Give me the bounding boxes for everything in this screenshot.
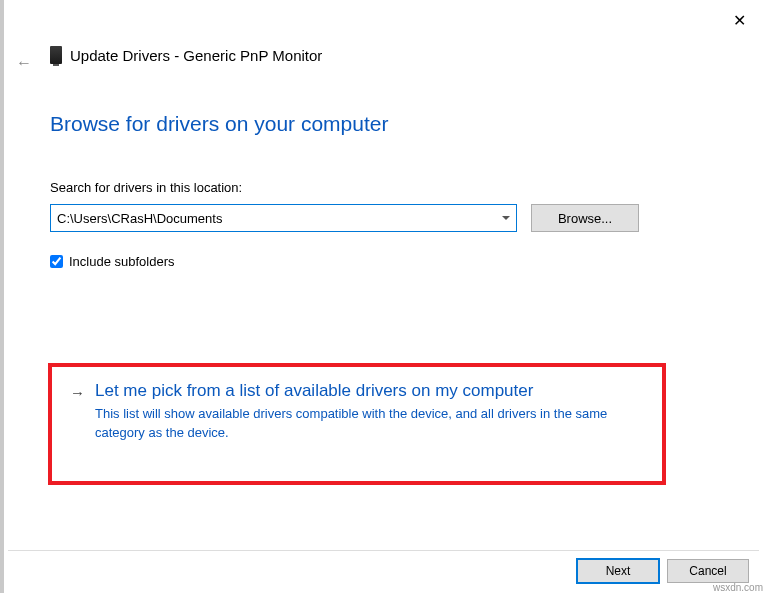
dialog-footer: Next Cancel xyxy=(577,559,749,583)
cancel-button[interactable]: Cancel xyxy=(667,559,749,583)
include-subfolders-row[interactable]: Include subfolders xyxy=(50,254,175,269)
include-subfolders-checkbox[interactable] xyxy=(50,255,63,268)
watermark: wsxdn.com xyxy=(713,582,763,593)
page-heading: Browse for drivers on your computer xyxy=(50,112,388,136)
back-button[interactable]: ← xyxy=(16,54,32,72)
pick-from-list-description: This list will show available drivers co… xyxy=(95,405,644,443)
browse-button[interactable]: Browse... xyxy=(531,204,639,232)
next-button[interactable]: Next xyxy=(577,559,659,583)
driver-path-combobox[interactable] xyxy=(50,204,517,232)
arrow-right-icon: → xyxy=(70,384,85,401)
pick-from-list-option-highlight: → Let me pick from a list of available d… xyxy=(48,363,666,485)
close-button[interactable]: ✕ xyxy=(729,10,749,30)
pick-from-list-title: Let me pick from a list of available dri… xyxy=(95,381,644,401)
scrollbar-left xyxy=(0,0,6,593)
search-label: Search for drivers in this location: xyxy=(50,180,242,195)
include-subfolders-label: Include subfolders xyxy=(69,254,175,269)
driver-path-input[interactable] xyxy=(57,211,498,226)
footer-separator xyxy=(8,550,759,551)
chevron-down-icon[interactable] xyxy=(502,216,510,220)
wizard-header: Update Drivers - Generic PnP Monitor xyxy=(50,46,322,64)
wizard-title: Update Drivers - Generic PnP Monitor xyxy=(70,47,322,64)
pick-from-list-option[interactable]: → Let me pick from a list of available d… xyxy=(70,381,644,443)
monitor-icon xyxy=(50,46,62,64)
